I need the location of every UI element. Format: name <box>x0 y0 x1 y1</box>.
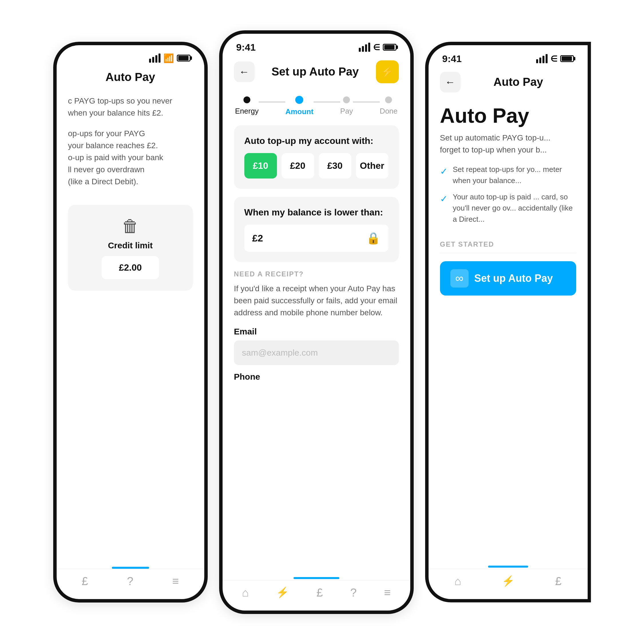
center-battery-icon <box>383 44 397 51</box>
center-nav-menu[interactable]: ≡ <box>384 586 391 599</box>
scene: 📶 Auto Pay c PAYG top-ups so you never w… <box>0 0 644 644</box>
right-check-item-1: ✓ Set repeat top-ups for yo... meter whe… <box>440 164 576 186</box>
right-payment-icon: £ <box>555 575 561 588</box>
step-label-pay: Pay <box>340 107 353 116</box>
center-lightning-button[interactable]: ⚡ <box>376 60 399 83</box>
receipt-text: If you'd like a receipt when your Auto P… <box>234 283 399 319</box>
balance-value: £2 <box>252 233 263 244</box>
balance-row: £2 🔒 <box>244 225 389 252</box>
email-input[interactable]: sam@example.com <box>234 340 399 365</box>
battery-icon <box>177 55 191 62</box>
wifi-icon: 📶 <box>163 53 174 63</box>
checkmark-2: ✓ <box>440 192 448 206</box>
amount-20-button[interactable]: £20 <box>282 153 314 179</box>
step-pay: Pay <box>340 96 353 116</box>
left-credit-card: 🗑 Credit limit £2.00 <box>68 205 193 291</box>
receipt-section: NEED A RECEIPT? If you'd like a receipt … <box>234 270 399 382</box>
phone-label: Phone <box>234 372 399 382</box>
signal-icon <box>149 53 160 63</box>
left-content: c PAYG top-ups so you never when your ba… <box>57 89 204 567</box>
right-phone: 9:41 ∈ ← Auto Pay Aut <box>425 42 591 603</box>
center-active-indicator <box>294 577 339 579</box>
help-icon: ? <box>127 575 133 588</box>
center-phone: 9:41 ∈ ← Set up Auto Pay ⚡ <box>219 30 414 614</box>
left-status-bar: 📶 <box>57 45 204 68</box>
center-nav-home[interactable]: ⌂ <box>242 586 249 599</box>
amount-30-button[interactable]: £30 <box>319 153 351 179</box>
right-nav-payment[interactable]: £ <box>555 575 561 588</box>
right-bottom-nav: ⌂ ⚡ £ <box>429 569 588 599</box>
setup-autopay-button[interactable]: ∞ Set up Auto Pay <box>440 261 576 296</box>
lightning-icon: ⚡ <box>381 66 394 78</box>
right-nav-activity[interactable]: ⚡ <box>502 575 515 587</box>
center-time: 9:41 <box>236 42 256 53</box>
credit-limit-value: £2.00 <box>102 256 159 279</box>
payment-icon-center: £ <box>316 586 323 599</box>
amount-options: £10 £20 £30 Other <box>244 153 389 179</box>
left-bottom-nav: £ ? ≡ <box>57 569 204 599</box>
center-status-bar: 9:41 ∈ <box>223 34 410 58</box>
amount-10-button[interactable]: £10 <box>244 153 277 179</box>
right-nav-home[interactable]: ⌂ <box>454 575 461 588</box>
step-line-1 <box>259 102 285 102</box>
checkmark-1: ✓ <box>440 165 448 178</box>
setup-autopay-label: Set up Auto Pay <box>474 272 553 284</box>
step-label-amount: Amount <box>285 107 313 116</box>
center-nav-activity[interactable]: ⚡ <box>276 586 289 599</box>
right-battery-icon <box>560 55 574 62</box>
center-bottom-nav: ⌂ ⚡ £ ? ≡ <box>223 580 410 611</box>
right-page-title: Auto Pay <box>494 76 543 88</box>
right-home-icon: ⌂ <box>454 575 461 588</box>
step-dot-energy <box>243 96 250 103</box>
menu-icon-center: ≡ <box>384 586 391 599</box>
right-nav-header: ← Auto Pay <box>429 69 588 98</box>
right-wifi-icon: ∈ <box>550 54 557 64</box>
center-nav-payment[interactable]: £ <box>316 586 323 599</box>
center-signal-icon <box>359 43 370 52</box>
center-page-title: Set up Auto Pay <box>272 65 359 78</box>
right-activity-icon: ⚡ <box>502 575 515 587</box>
trash-icon: 🗑 <box>122 216 139 236</box>
menu-icon: ≡ <box>172 575 179 588</box>
center-back-button[interactable]: ← <box>234 62 255 82</box>
step-dot-amount <box>295 96 303 104</box>
right-status-bar: 9:41 ∈ <box>429 45 588 69</box>
step-dot-pay <box>343 96 350 103</box>
step-label-energy: Energy <box>235 107 259 116</box>
right-check-item-2: ✓ Your auto top-up is paid ... card, so … <box>440 191 576 225</box>
right-back-button[interactable]: ← <box>440 72 461 92</box>
step-energy: Energy <box>235 96 259 116</box>
topup-card-title: Auto top-up my account with: <box>244 136 389 146</box>
autopay-icon: ∞ <box>450 269 469 288</box>
right-time: 9:41 <box>442 53 462 64</box>
amount-other-button[interactable]: Other <box>356 153 389 179</box>
center-stepper: Energy Amount Pay Done <box>223 89 410 120</box>
get-started-label: GET STARTED <box>440 240 576 248</box>
center-nav-help[interactable]: ? <box>350 586 356 599</box>
right-active-indicator <box>488 566 528 568</box>
step-done: Done <box>380 96 397 116</box>
balance-card: When my balance is lower than: £2 🔒 <box>234 197 399 262</box>
payment-icon: £ <box>82 575 88 588</box>
left-nav-payment[interactable]: £ <box>82 575 88 588</box>
step-line-3 <box>353 102 380 102</box>
balance-card-title: When my balance is lower than: <box>244 207 389 218</box>
center-nav-header: ← Set up Auto Pay ⚡ <box>223 58 410 89</box>
help-icon-center: ? <box>350 586 356 599</box>
divider <box>440 253 576 253</box>
step-amount: Amount <box>285 96 313 116</box>
center-wifi-icon: ∈ <box>373 43 380 52</box>
left-nav-help[interactable]: ? <box>127 575 133 588</box>
left-nav-menu[interactable]: ≡ <box>172 575 179 588</box>
lock-icon: 🔒 <box>366 231 381 245</box>
left-intro2: op-ups for your PAYG your balance reache… <box>68 128 193 188</box>
step-label-done: Done <box>380 107 397 116</box>
topup-card: Auto top-up my account with: £10 £20 £30… <box>234 125 399 189</box>
activity-icon: ⚡ <box>276 586 289 599</box>
home-icon: ⌂ <box>242 586 249 599</box>
receipt-label: NEED A RECEIPT? <box>234 270 399 278</box>
step-dot-done <box>385 96 392 103</box>
left-intro1: c PAYG top-ups so you never when your ba… <box>68 95 193 119</box>
left-nav-header: Auto Pay <box>57 68 204 89</box>
right-signal-icon <box>536 54 548 63</box>
